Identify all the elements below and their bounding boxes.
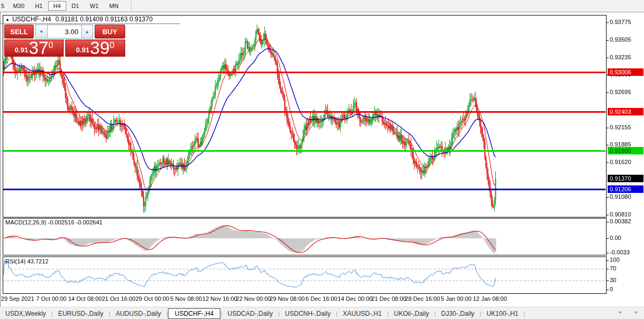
window-left-border: [0, 12, 1, 319]
timeframe-button-h1[interactable]: H1: [30, 1, 48, 11]
timeframe-button-5[interactable]: 5: [0, 1, 7, 11]
chart-tab-usdcad-daily[interactable]: USDCAD-,Daily: [222, 309, 278, 318]
sell-button[interactable]: SELL: [4, 25, 34, 38]
time-tick-label: 5 Jan 00:00: [441, 295, 472, 302]
rsi-tick-label: 30: [610, 277, 616, 283]
chart-tab-eurusd-daily[interactable]: EURUSD-,Daily: [53, 309, 109, 318]
sell-price-big: 37: [29, 40, 49, 56]
chart-tab-list: USDX,Weekly|EURUSD-,Daily|AUDUSD-,Daily|…: [0, 308, 525, 319]
triangle-up-icon: ▲: [5, 17, 10, 22]
sell-price-small: 0.91: [15, 46, 28, 54]
rsi-tick-label: 70: [610, 265, 616, 271]
chart-tab-ukoil-daily[interactable]: UKOil-,Daily: [389, 309, 434, 318]
rsi-label: RSI(14) 43.7212: [5, 258, 49, 264]
chart-tab-xauusd-h1[interactable]: XAUUSD-,H1: [338, 309, 387, 318]
time-tick-label: 14 Dec 00:00: [338, 295, 372, 302]
price-line-badge: 0.92403: [608, 108, 643, 115]
timeframe-button-d1[interactable]: D1: [66, 1, 85, 11]
macd-tick-label: -0.0033: [610, 249, 630, 255]
trade-prices-row: 0.91 37 0 0.91 39 0: [4, 40, 125, 57]
volume-decrease-button[interactable]: ▼: [35, 25, 47, 38]
price-tick-label: 0.93775: [610, 19, 631, 25]
timeframe-button-w1[interactable]: W1: [85, 1, 104, 11]
chart-tab-usdx-weekly[interactable]: USDX,Weekly: [0, 309, 51, 318]
buy-button[interactable]: BUY: [95, 25, 125, 38]
price-tick-label: 0.91080: [610, 193, 631, 200]
timeframe-button-m30[interactable]: M30: [7, 1, 29, 11]
buy-price-big: 39: [90, 40, 110, 56]
chart-ohlc-values: 0.91181 0.91409 0.91163 0.91370: [56, 15, 153, 23]
price-tick-label: 0.91620: [610, 159, 631, 165]
time-tick-label: 5 Nov 08:00: [170, 295, 202, 302]
macd-tick-label: 0.00382: [610, 218, 631, 224]
chart-tab-usdchf-h4[interactable]: USDCHF-,H4: [168, 308, 221, 319]
tab-scroll-right-icon[interactable]: ►: [634, 309, 639, 315]
buy-price-pipette: 0: [110, 41, 114, 50]
price-line-badge: 0.91206: [608, 185, 643, 193]
time-tick-label: 12 Nov 16:00: [202, 295, 237, 302]
price-tick-label: 0.93505: [610, 36, 631, 43]
macd-label: MACD(12,26,9) -0.002516 -0.002641: [5, 219, 103, 225]
timeframe-button-h4[interactable]: H4: [48, 1, 66, 11]
time-tick-label: 29 Sep 2021: [1, 295, 34, 302]
macd-tick-label: 0.00: [610, 235, 621, 241]
header-underline: [1, 24, 180, 24]
tab-scroll-left-icon[interactable]: ◄: [617, 309, 622, 315]
time-tick-label: 29 Oct 00:00: [136, 295, 170, 302]
chart-tab-dj30-daily[interactable]: DJ30-,Daily: [436, 309, 480, 318]
tab-scroll-arrows: ◄ ►: [617, 309, 639, 315]
sell-price-pipette: 0: [49, 41, 53, 50]
rsi-tick-label: 0: [610, 286, 613, 292]
toolbar-separator: [131, 2, 132, 10]
chart-tab-uk100-h1[interactable]: UK100-,H1: [481, 309, 524, 318]
timeframe-toolbar: 5M30H1H4D1W1MN: [0, 0, 644, 12]
price-tick-label: 0.92695: [610, 89, 631, 95]
buy-price-box[interactable]: 0.91 39 0: [65, 40, 125, 57]
chart-title: ▲USDCHF-,H40.91181 0.91409 0.91163 0.913…: [5, 15, 152, 23]
time-tick-label: 6 Dec 16:00: [305, 295, 337, 302]
one-click-trade-panel: SELL ▼ ▲ BUY 0.91 37 0 0.91 39 0: [4, 25, 125, 57]
time-tick-label: 22 Nov 00:00: [236, 295, 271, 302]
volume-increase-button[interactable]: ▲: [81, 25, 93, 38]
trade-controls-row: SELL ▼ ▲ BUY: [4, 25, 125, 38]
chart-tab-bar: USDX,Weekly|EURUSD-,Daily|AUDUSD-,Daily|…: [0, 307, 644, 319]
price-line-badge: 0.91800: [608, 147, 643, 154]
price-line-badge: 0.91370: [608, 175, 643, 182]
price-tick-label: 0.92155: [610, 124, 631, 130]
mt4-window: 5M30H1H4D1W1MN ▲USDCHF-,H40.91181 0.9140…: [0, 0, 644, 319]
time-tick-label: 28 Dec 16:00: [405, 295, 440, 302]
time-tick-label: 14 Oct 08:00: [68, 295, 102, 302]
chart-tab-usdcnh-daily[interactable]: USDCNH-,Daily: [280, 309, 336, 318]
buy-price-small: 0.91: [76, 46, 89, 54]
chart-symbol: USDCHF-,H4: [12, 15, 51, 23]
price-tick-label: 0.93235: [610, 54, 631, 60]
rsi-tick-label: 100: [610, 256, 619, 263]
price-line-badge: 0.93006: [608, 68, 643, 76]
timeframe-button-mn[interactable]: MN: [104, 1, 124, 11]
chart-tab-audusd-daily[interactable]: AUDUSD-,Daily: [110, 309, 166, 318]
time-tick-label: 7 Oct 00:00: [36, 295, 67, 302]
time-tick-label: 21 Dec 08:00: [371, 295, 406, 302]
price-tick-label: 0.90810: [610, 211, 631, 217]
time-tick-label: 12 Jan 08:00: [473, 295, 507, 302]
time-tick-label: 21 Oct 16:00: [102, 295, 136, 302]
tab-divider: |: [524, 310, 525, 317]
time-tick-label: 29 Nov 08:00: [270, 295, 304, 302]
sell-price-box[interactable]: 0.91 37 0: [4, 40, 64, 57]
volume-input[interactable]: [48, 25, 81, 38]
